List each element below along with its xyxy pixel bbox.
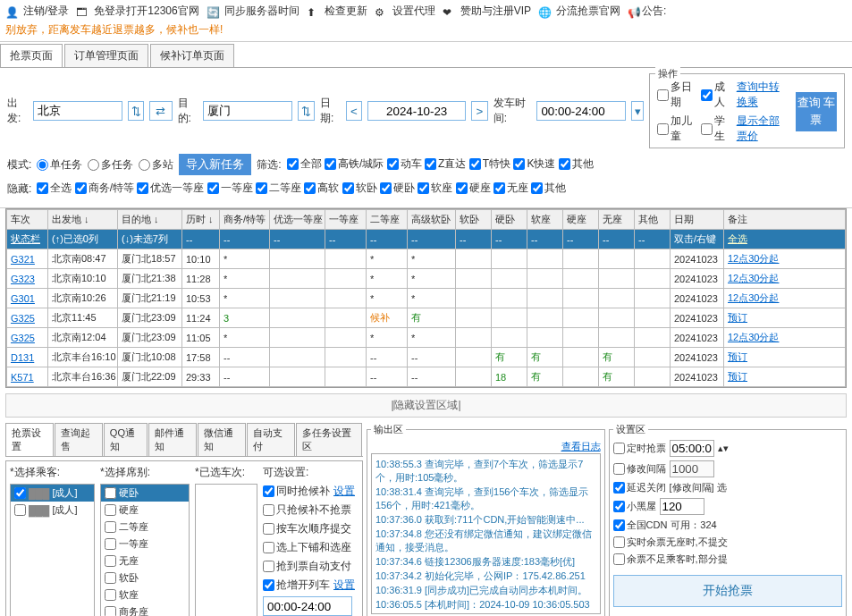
seat-item[interactable]: 无座 [101,553,189,570]
time-input[interactable] [536,101,626,121]
open-12306-link[interactable]: 免登录打开12306官网 [90,4,202,19]
btab-4[interactable]: 微信通知 [198,423,246,456]
col-header[interactable]: 日期 [671,210,724,230]
tab-order[interactable]: 订单管理页面 [64,44,148,67]
depart-dropdown[interactable]: ⇅ [128,101,145,121]
train-row[interactable]: G301北京南10:26厦门北21:1910:53***2024102312点3… [7,289,846,308]
time-dropdown[interactable]: ▾ [631,101,644,121]
hide-4[interactable]: 二等座 [256,181,301,196]
chk-delay[interactable]: 延迟关闭 [613,481,666,494]
hide-0[interactable]: 全选 [37,181,72,196]
col-header[interactable]: 无座 [599,210,635,230]
start-grab-button[interactable]: 开始抢票 [613,575,843,607]
mode-multistation[interactable]: 多站 [139,157,173,173]
seat-list[interactable]: 硬卧硬座二等座一等座无座软卧软座商务座高级软卧优选一等座 [100,484,190,616]
swap-button[interactable]: ⇄ [149,101,172,121]
check-update-link[interactable]: 检查更新 [321,4,371,19]
seat-item[interactable]: 硬卧 [101,485,189,502]
tab-grab[interactable]: 抢票页面 [0,44,63,67]
log-area[interactable]: 10:38:55.3 查询完毕，查到7个车次，筛选显示7个，用时:105毫秒。1… [371,453,601,614]
btab-0[interactable]: 抢票设置 [5,423,54,456]
opt-berth[interactable]: 选上下铺和选座 [263,540,359,555]
hide-8[interactable]: 软座 [418,181,452,196]
col-header[interactable]: 软卧 [456,210,492,230]
seat-item[interactable]: 一等座 [101,536,189,553]
selected-trains-list[interactable] [195,484,257,616]
sync-time-link[interactable]: 同步服务器时间 [221,4,303,19]
transfer-link[interactable]: 查询中转换乘 [737,80,789,110]
chk-realtime[interactable]: 实时余票无座时,不提交 [613,536,728,549]
hide-6[interactable]: 软卧 [342,181,377,196]
chk-remain[interactable]: 余票不足乘客时,部分提 [613,553,728,566]
mode-multi[interactable]: 多任务 [88,157,133,173]
show-all-price-link[interactable]: 显示全部票价 [737,114,789,144]
filter-6[interactable]: 其他 [559,156,594,172]
view-log-link[interactable]: 查看日志 [561,440,601,453]
col-header[interactable]: 目的地 ↓ [118,210,182,230]
train-row[interactable]: G325北京南12:04厦门北23:0911:05***2024102312点3… [7,328,846,348]
col-header[interactable]: 商务/特等 [220,210,270,230]
chk-timed[interactable]: 定时抢票 [613,442,666,455]
blackroom-input[interactable] [660,498,704,515]
col-header[interactable]: 车次 [7,210,48,230]
train-row[interactable]: G325北京11:45厦门北23:0911:243候补有20241023预订 [7,308,846,328]
opt-houbu[interactable]: 同时抢候补 [263,484,330,499]
opt-extra-setting[interactable]: 设置 [333,578,355,593]
hide-9[interactable]: 硬座 [456,181,491,196]
filter-5[interactable]: K快速 [513,156,555,172]
passenger-item[interactable]: ███[成人] [11,485,94,502]
col-header[interactable]: 硬卧 [492,210,527,230]
mode-single[interactable]: 单任务 [37,157,82,173]
seat-item[interactable]: 软卧 [101,570,189,586]
train-row[interactable]: D131北京丰台16:10厦门北10:0817:58------有有有20241… [7,348,846,367]
train-row[interactable]: G323北京南10:10厦门北21:3811:28***2024102312点3… [7,269,846,289]
btab-3[interactable]: 邮件通知 [148,423,197,456]
seat-item[interactable]: 商务座 [101,603,189,616]
set-proxy-link[interactable]: 设置代理 [389,4,439,19]
btab-1[interactable]: 查询起售 [55,423,103,456]
btab-5[interactable]: 自动支付 [247,423,295,456]
col-header[interactable]: 一等座 [325,210,367,230]
hidden-settings-toggle[interactable]: |隐藏设置区域| [5,393,847,418]
hide-2[interactable]: 优选一等座 [137,181,204,196]
passenger-list[interactable]: ███[成人]███[成人] [10,484,95,616]
seat-item[interactable]: 二等座 [101,519,189,536]
opt-extra-train[interactable]: 抢增开列车 [263,578,330,593]
date-next[interactable]: > [471,101,488,121]
hide-3[interactable]: 一等座 [207,181,253,196]
chk-student[interactable]: 学生 [701,114,729,144]
hide-5[interactable]: 高软 [304,181,339,196]
chk-child[interactable]: 加儿童 [657,114,694,144]
filter-1[interactable]: 高铁/城际 [325,156,384,172]
col-header[interactable]: 优选一等座 [270,210,325,230]
filter-4[interactable]: T特快 [469,156,510,172]
tab-waitlist[interactable]: 候补订单页面 [150,44,234,67]
import-task-button[interactable]: 导入新任务 [179,154,251,175]
col-header[interactable]: 软座 [527,210,563,230]
opt-order[interactable]: 按车次顺序提交 [263,521,359,536]
hide-1[interactable]: 商务/特等 [75,181,134,196]
filter-2[interactable]: 动车 [387,156,422,172]
opt-timerange-input[interactable] [263,596,352,616]
train-row[interactable]: K571北京丰台16:36厦门北22:0929:33------18有有2024… [7,367,846,387]
col-header[interactable]: 出发地 ↓ [48,210,118,230]
depart-input[interactable] [33,101,122,121]
col-header[interactable]: 历时 ↓ [182,210,220,230]
train-row[interactable]: G321北京南08:47厦门北18:5710:10***2024102312点3… [7,249,846,269]
chk-adult[interactable]: 成人 [701,80,729,110]
chk-multidate[interactable]: 多日期 [657,80,694,110]
date-input[interactable] [367,101,466,121]
login-link[interactable]: 注销/登录 [20,4,72,19]
chk-interval[interactable]: 修改间隔 [613,462,666,476]
chk-blackroom[interactable]: 小黑屋 [613,500,656,513]
hide-7[interactable]: 硬卧 [380,181,415,196]
interval-input[interactable] [670,460,714,477]
sponsor-link[interactable]: 赞助与注册VIP [457,4,535,19]
seat-item[interactable]: 硬座 [101,502,189,519]
filter-0[interactable]: 全部 [287,156,322,172]
opt-only-houbu[interactable]: 只抢候补不抢票 [263,502,359,518]
btab-2[interactable]: QQ通知 [104,423,148,456]
date-prev[interactable]: < [346,101,363,121]
query-button[interactable]: 查询 车票 [796,92,837,131]
col-header[interactable]: 二等座 [367,210,408,230]
